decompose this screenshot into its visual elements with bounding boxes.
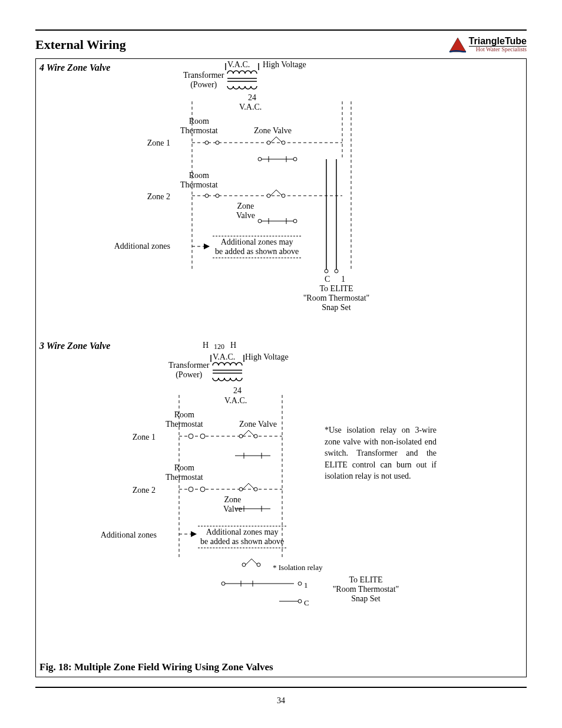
zone1-label-b: Zone 1 [115,433,156,442]
section-b-title: 3 Wire Zone Valve [39,341,110,351]
to-elite-label-a: To ELITE "Room Thermostat" Snap Set [295,284,378,312]
svg-point-18 [325,269,328,273]
svg-marker-0 [449,38,466,52]
additional-zones-label-a: Additional zones [100,242,170,251]
zone2-label-b: Zone 2 [115,486,156,495]
svg-point-24 [189,434,193,439]
bottom-rule [35,687,527,688]
svg-point-29 [200,487,205,492]
h-right-b: H [230,341,236,350]
page-header: External Wiring TriangleTube Hot Water S… [35,37,527,52]
page-number: 34 [35,696,527,706]
top-rule [35,29,527,31]
brand-text: TriangleTube Hot Water Specialists [469,37,527,52]
svg-point-9 [282,141,285,144]
high-voltage-label-a: High Voltage [263,60,306,70]
svg-point-31 [254,487,257,491]
figure-frame: 4 Wire Zone Valve V.A.C. High Voltage Tr… [35,58,527,677]
high-voltage-label-b: High Voltage [245,353,289,362]
svg-point-27 [254,434,257,438]
figure-caption: Fig. 18: Multiple Zone Field Wiring Usin… [39,661,273,673]
svg-point-34 [257,563,260,566]
svg-point-16 [258,219,262,223]
section-a-title: 4 Wire Zone Valve [39,62,110,73]
triangle-icon [449,37,467,52]
wiring-a [171,94,360,277]
svg-point-12 [205,194,209,197]
svg-marker-5 [204,243,210,249]
zone1-label-a: Zone 1 [130,139,170,148]
svg-point-26 [239,434,243,438]
transformer-label-b: Transformer (Power) [168,361,209,380]
zone2-label-a: Zone 2 [130,192,170,202]
svg-point-6 [205,141,209,144]
svg-point-38 [298,599,302,603]
svg-point-7 [216,141,219,144]
svg-point-36 [298,582,302,585]
brand-logo: TriangleTube Hot Water Specialists [449,37,527,52]
svg-point-25 [200,434,205,439]
wiring-b [158,388,347,612]
transformer-label-a: Transformer (Power) [183,71,224,90]
svg-point-33 [242,563,246,566]
transformer-symbol-b [210,354,251,386]
v120-b: 120 [214,343,224,351]
svg-point-8 [267,141,270,144]
svg-point-15 [282,194,285,197]
svg-point-13 [216,194,219,197]
page-title: External Wiring [35,37,126,52]
brand-tagline: Hot Water Specialists [469,47,527,52]
brand-name: TriangleTube [469,37,527,47]
transformer-symbol-a [224,62,266,94]
additional-zones-label-b: Additional zones [86,531,157,540]
h-left-b: H [203,341,209,350]
svg-point-14 [267,194,270,197]
svg-point-28 [189,487,193,492]
svg-marker-32 [191,531,197,537]
page: External Wiring TriangleTube Hot Water S… [0,0,562,728]
svg-point-35 [222,582,225,585]
svg-point-30 [239,487,243,491]
svg-point-19 [335,269,338,273]
svg-point-10 [258,157,262,161]
